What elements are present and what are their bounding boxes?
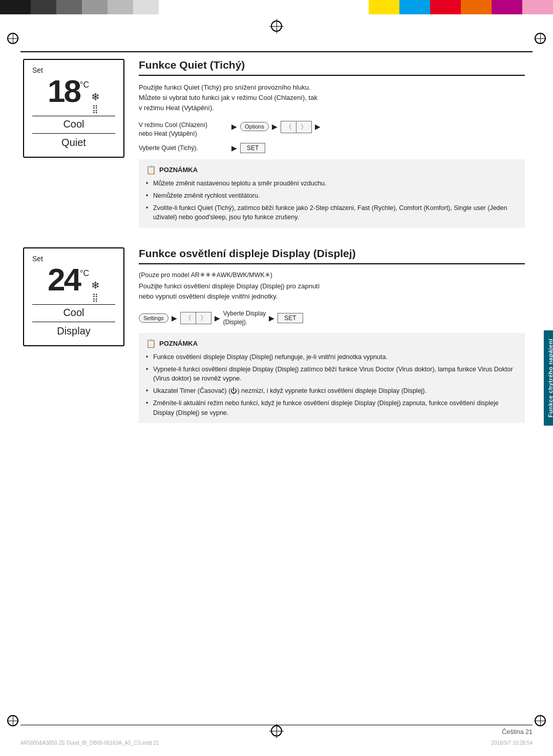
quiet-fan-icon: ⣿ (92, 104, 98, 114)
note2-list: • Funkce osvětlení displeje Display (Dis… (146, 352, 518, 418)
note2-item2: • Vypnete-li funkci osvětlení displeje D… (146, 365, 518, 384)
display-quiet-mode: Cool (32, 118, 115, 130)
note2-item4: • Změníte-li aktuální režim nebo funkci,… (146, 398, 518, 418)
section2-title: Funkce osvětlení displeje Display (Displ… (139, 247, 525, 264)
color-block-2 (31, 0, 56, 14)
arrow2-icon: ▶ (272, 122, 278, 131)
reg-mark-left-top (7, 33, 18, 44)
section1-instr2-label: Vyberte Quiet (Tichý). (139, 144, 228, 152)
display-quiet-func: Quiet (32, 137, 115, 149)
arrow6-icon: ▶ (215, 314, 220, 322)
section2-content: Funkce osvětlení displeje Display (Displ… (139, 247, 525, 423)
display-display-col: Set 24 °C ❄ ⣿ Cool Display (23, 247, 124, 423)
arrow1-icon: ▶ (231, 122, 237, 131)
color-block-pink (522, 0, 553, 14)
display-display-box: Set 24 °C ❄ ⣿ Cool Display (23, 247, 124, 346)
btn-set1[interactable]: SET (240, 143, 265, 153)
display-display-temp: 24 (48, 264, 80, 296)
bottom-date: 2016/5/7 10:28:54 (491, 740, 533, 746)
reg-mark-right-bottom (535, 715, 546, 726)
display-quiet-unit: °C (80, 80, 89, 90)
nav-right2[interactable]: 〉 (196, 312, 211, 324)
display-quiet-box: Set 18 °C ❄ ⣿ Cool Quiet (23, 59, 124, 158)
main-layout: Set 18 °C ❄ ⣿ Cool Quiet Funkce Quiet (T… (23, 59, 525, 718)
color-block-5 (108, 0, 133, 14)
display-quiet-icons: ❄ ⣿ (91, 91, 100, 114)
section1-title: Funkce Quiet (Tichý) (139, 59, 525, 76)
nav-left1[interactable]: 〈 (281, 121, 296, 133)
display-display-hr2 (32, 322, 115, 322)
display-display-temp-row: 24 °C ❄ ⣿ (32, 264, 115, 302)
color-block-orange (461, 0, 492, 14)
btn-options[interactable]: Options (240, 122, 269, 131)
display-quiet-hr1 (32, 116, 115, 116)
nav-btn-group1: 〈 〉 (281, 121, 312, 133)
note2-item3: • Ukazatel Timer (Časovač) (⏻) nezmizí, … (146, 386, 518, 396)
section1-instr1: V režimu Cool (Chlazení) nebo Heat (Vytá… (139, 121, 525, 138)
arrow3-icon: ▶ (315, 122, 321, 131)
color-block-red (430, 0, 461, 14)
display-display-func: Display (32, 325, 115, 337)
color-block-3 (56, 0, 82, 14)
display-display-unit: °C (80, 269, 89, 278)
top-color-bar (0, 0, 553, 14)
color-block-yellow (369, 0, 399, 14)
display-quiet-temp-row: 18 °C ❄ ⣿ (32, 75, 115, 114)
arrow4-icon: ▶ (231, 144, 237, 152)
note-box-2: 📋 POZNÁMKA • Funkce osvětlení displeje D… (139, 333, 525, 424)
color-block-cyan (399, 0, 430, 14)
display-fan-icon: ⣿ (92, 292, 98, 302)
page-number: Čeština 21 (502, 728, 533, 736)
note1-item2: • Nemůžete změnit rychlost ventilátoru. (146, 191, 518, 201)
side-tab: Funkce chytrého napájení (544, 330, 553, 426)
color-block-4 (82, 0, 108, 14)
section1-desc: Použijte funkci Quiet (Tichý) pro snížen… (139, 82, 525, 113)
nav-left2[interactable]: 〈 (181, 312, 196, 324)
display-quiet-hr2 (32, 133, 115, 134)
note-box-1: 📋 POZNÁMKA • Můžete změnit nastavenou te… (139, 159, 525, 228)
btn-set2[interactable]: SET (278, 313, 303, 323)
note1-icon: 📋 (146, 165, 156, 175)
section1-instr2: Vyberte Quiet (Tichý). ▶ SET (139, 143, 525, 153)
color-block-6 (133, 0, 159, 14)
section2-model-note: (Pouze pro model AR✳✳✳AWK/BWK/MWK✳) (139, 271, 525, 279)
display-display-icons: ❄ ⣿ (91, 279, 100, 302)
arrow7-icon: ▶ (269, 314, 274, 322)
quiet-snowflake-icon: ❄ (91, 91, 100, 103)
bottom-file: AR5000&A3050 ZE Good_IB_DB68-06163A_A5_C… (20, 740, 159, 746)
note1-item1: • Můžete změnit nastavenou teplotu a smě… (146, 179, 518, 188)
section2-row: Set 24 °C ❄ ⣿ Cool Display Funkce osvětl… (23, 247, 525, 423)
section2-desc: Použijte funkci osvětlení displeje Displ… (139, 281, 525, 302)
reg-mark-top-center (271, 20, 282, 32)
btn-settings[interactable]: Settings (139, 313, 168, 323)
display-quiet-col: Set 18 °C ❄ ⣿ Cool Quiet (23, 59, 124, 228)
color-block-1 (0, 0, 31, 14)
section1-instr1-label: V režimu Cool (Chlazení) nebo Heat (Vytá… (139, 121, 228, 138)
note2-title: 📋 POZNÁMKA (146, 339, 518, 348)
nav-btn-group2: 〈 〉 (180, 312, 211, 324)
display-snowflake-icon: ❄ (91, 279, 100, 291)
note1-list: • Můžete změnit nastavenou teplotu a smě… (146, 179, 518, 222)
section1-row: Set 18 °C ❄ ⣿ Cool Quiet Funkce Quiet (T… (23, 59, 525, 228)
note1-title: 📋 POZNÁMKA (146, 165, 518, 175)
top-divider (20, 51, 533, 52)
section2-select-label: Vyberte Display (Displej). (223, 309, 266, 327)
note2-item1: • Funkce osvětlení displeje Display (Dis… (146, 352, 518, 362)
bottom-divider (20, 725, 533, 725)
reg-mark-bottom-center (271, 725, 282, 737)
note2-icon: 📋 (146, 339, 156, 348)
note1-item3: • Zvolíte-li funkci Quiet (Tichý), zatím… (146, 203, 518, 223)
section2-instr: Settings ▶ 〈 〉 ▶ Vyberte Display (Disple… (139, 309, 525, 327)
color-block-magenta (492, 0, 522, 14)
display-display-mode: Cool (32, 307, 115, 319)
color-gap (159, 0, 369, 14)
reg-mark-right-top (535, 33, 546, 44)
display-quiet-temp: 18 (48, 75, 80, 107)
reg-mark-left-bottom (7, 715, 18, 726)
display-display-hr1 (32, 304, 115, 305)
section1-content: Funkce Quiet (Tichý) Použijte funkci Qui… (139, 59, 525, 228)
nav-right1[interactable]: 〉 (296, 121, 311, 133)
arrow5-icon: ▶ (172, 314, 177, 322)
